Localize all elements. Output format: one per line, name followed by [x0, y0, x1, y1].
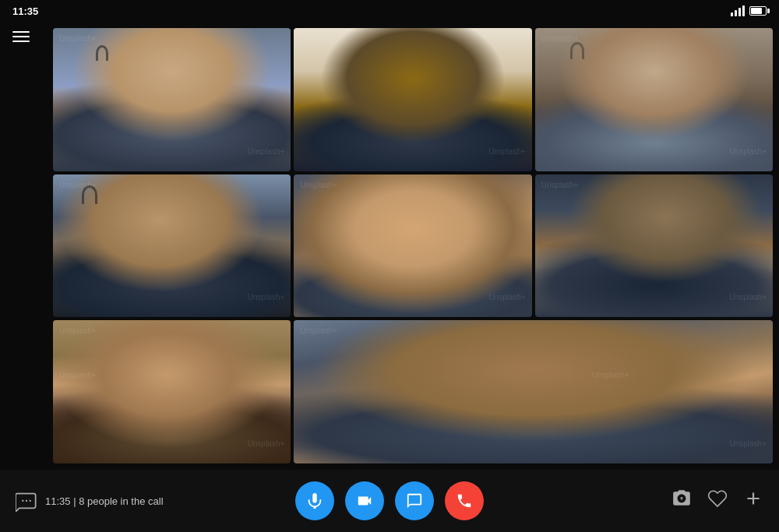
watermark-8b: Unsplash+ — [729, 439, 767, 448]
right-controls — [514, 488, 763, 513]
video-cell-2: Unsplash+ Unsplash+ — [294, 28, 531, 171]
mic-icon — [306, 492, 323, 509]
status-time: 11:35 — [12, 5, 38, 17]
call-controls — [265, 481, 514, 520]
chat-icon — [406, 492, 423, 509]
message-icon — [16, 490, 37, 512]
watermark-7a: Unsplash+ — [59, 326, 97, 335]
video-cell-8: Unsplash+ Unsplash+ Unsplash+ — [294, 320, 773, 463]
camera-flip-button[interactable] — [671, 488, 692, 513]
video-cell-1: Unsplash+ Unsplash+ — [53, 28, 291, 171]
watermark-8a: Unsplash+ — [300, 326, 337, 335]
watermark-8c: Unsplash+ — [592, 371, 629, 379]
video-cell-3: Unsplash+ Unsplash+ — [535, 28, 773, 171]
menu-button[interactable] — [12, 28, 30, 45]
end-call-icon — [456, 492, 473, 509]
watermark-7c: Unsplash+ — [59, 371, 97, 379]
watermark-2a: Unsplash+ — [300, 34, 337, 43]
chat-button[interactable] — [395, 481, 434, 520]
watermark-7b: Unsplash+ — [248, 439, 285, 448]
end-call-button[interactable] — [445, 481, 484, 520]
camera-flip-icon — [671, 488, 692, 509]
watermark-2b: Unsplash+ — [488, 147, 526, 156]
watermark-5a: Unsplash+ — [300, 181, 337, 189]
status-bar: 11:35 — [0, 0, 779, 22]
video-cell-7: Unsplash+ Unsplash+ Unsplash+ — [53, 320, 291, 463]
video-icon — [356, 492, 373, 509]
video-cell-4: Unsplash+ Unsplash+ — [53, 174, 291, 318]
watermark-6a: Unsplash+ — [541, 181, 579, 189]
svg-point-1 — [26, 500, 27, 502]
call-status-text: 11:35 | 8 people in the call — [45, 495, 164, 507]
video-button[interactable] — [345, 481, 384, 520]
watermark-3b: Unsplash+ — [729, 147, 767, 156]
heart-icon — [707, 488, 728, 509]
battery-icon — [749, 6, 767, 16]
watermark-1b: Unsplash+ — [248, 147, 285, 156]
watermark-3a: Unsplash+ — [541, 34, 579, 43]
call-info: 11:35 | 8 people in the call — [16, 490, 265, 512]
watermark-5b: Unsplash+ — [488, 293, 526, 301]
video-grid: Unsplash+ Unsplash+ Unsplash+ Unsplash+ … — [47, 22, 779, 470]
watermark-4b: Unsplash+ — [248, 293, 285, 301]
favorite-button[interactable] — [707, 488, 728, 513]
watermark-6b: Unsplash+ — [729, 293, 767, 301]
svg-point-2 — [30, 500, 31, 502]
svg-point-0 — [22, 500, 23, 502]
watermark-1a: Unsplash+ — [59, 34, 97, 43]
status-icons — [731, 5, 767, 16]
mic-button[interactable] — [295, 481, 334, 520]
add-icon — [743, 488, 763, 509]
watermark-4a: Unsplash+ — [59, 181, 97, 189]
add-button[interactable] — [743, 488, 763, 513]
video-cell-6: Unsplash+ Unsplash+ — [535, 174, 773, 318]
bottom-bar: 11:35 | 8 people in the call — [0, 470, 779, 532]
video-cell-5: Unsplash+ Unsplash+ — [294, 174, 531, 318]
signal-icon — [731, 5, 745, 16]
